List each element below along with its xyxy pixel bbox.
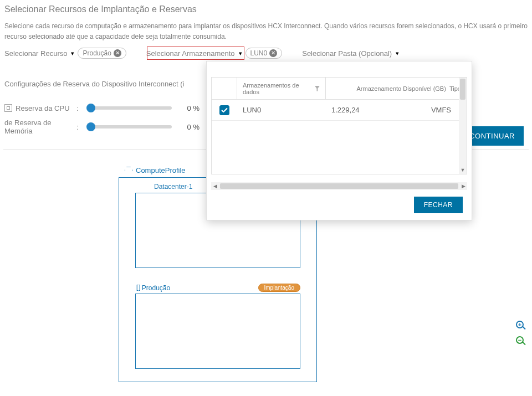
resource-chip[interactable]: Produção ✕ xyxy=(78,48,126,59)
select-resource-label: Selecionar Recurso xyxy=(4,49,67,58)
cpu-reservation-label: Reserva da CPU xyxy=(16,104,70,112)
cpu-reservation-slider[interactable] xyxy=(89,106,172,110)
cell-type: VMFS xyxy=(387,106,467,114)
column-available[interactable]: Armazenamento Disponível (GB) Tipo xyxy=(326,78,467,99)
select-folder-label: Selecionar Pasta (Opcional) xyxy=(302,49,392,58)
scroll-left-icon[interactable]: ◀ xyxy=(211,183,219,189)
cell-name: LUN0 xyxy=(237,106,326,114)
compute-profile-label: ComputeProfile xyxy=(136,166,186,174)
memory-reservation-label: de Reserva de Memória xyxy=(4,119,76,135)
storage-chip-label: LUN0 xyxy=(250,49,268,57)
select-folder[interactable]: Selecionar Pasta (Opcional)▾ xyxy=(302,49,399,58)
filter-icon[interactable] xyxy=(315,86,320,91)
cpu-reservation-row: Reserva da CPU : 0 % xyxy=(4,102,200,114)
page-description: Selecione cada recurso de computação e a… xyxy=(4,21,528,42)
zoom-in-icon: + xyxy=(516,321,524,328)
storage-chip[interactable]: LUN0 ✕ xyxy=(245,48,283,59)
scroll-right-icon[interactable]: ▶ xyxy=(459,183,467,189)
scroll-thumb[interactable] xyxy=(460,79,466,100)
zoom-out-button[interactable]: − xyxy=(513,333,526,347)
remove-chip-icon[interactable]: ✕ xyxy=(114,49,121,57)
deployment-tag: Implantação xyxy=(258,284,300,292)
horizontal-scrollbar[interactable]: ◀ ▶ xyxy=(211,182,467,190)
scroll-thumb[interactable] xyxy=(220,183,458,189)
remove-chip-icon[interactable]: ✕ xyxy=(269,49,277,57)
check-icon xyxy=(221,106,228,114)
cluster-box xyxy=(135,294,300,369)
zoom-in-button[interactable]: + xyxy=(513,318,526,331)
slider-knob[interactable] xyxy=(86,104,95,112)
memory-reservation-row: de Reserva de Memória : 0 % xyxy=(4,121,200,133)
storage-table: Armazenamentos de dados Armazenamento Di… xyxy=(211,77,467,174)
column-checkbox xyxy=(212,78,237,99)
cell-available: 1.229,24 xyxy=(326,106,387,114)
chevron-down-icon: ▾ xyxy=(71,50,74,57)
table-header-row: Armazenamentos de dados Armazenamento Di… xyxy=(212,78,467,100)
scroll-down-icon[interactable]: ▼ xyxy=(459,166,467,174)
memory-reservation-value: 0 % xyxy=(177,123,200,131)
datacenter-label: Datacenter-1 xyxy=(154,183,192,191)
close-button[interactable]: FECHAR xyxy=(414,197,463,213)
table-row[interactable]: LUN0 1.229,24 VMFS xyxy=(212,100,467,121)
slider-knob[interactable] xyxy=(86,122,95,131)
memory-reservation-slider[interactable] xyxy=(89,125,172,128)
vertical-scrollbar[interactable]: ▲ ▼ xyxy=(459,78,467,174)
row-checkbox[interactable] xyxy=(219,105,229,115)
resource-chip-label: Produção xyxy=(83,49,111,57)
column-name[interactable]: Armazenamentos de dados xyxy=(237,78,326,99)
select-resource[interactable]: Selecionar Recurso▾ Produção ✕ xyxy=(4,48,126,59)
page-title: Selecionar Recursos de Implantação e Res… xyxy=(4,4,197,14)
zoom-out-icon: − xyxy=(516,336,524,344)
chevron-down-icon: ▾ xyxy=(396,50,399,57)
cpu-icon xyxy=(4,104,12,112)
storage-highlight-box xyxy=(147,47,244,60)
cluster-label: [] Produção xyxy=(135,284,170,292)
cpu-reservation-value: 0 % xyxy=(177,104,200,112)
storage-popover: Armazenamentos de dados Armazenamento Di… xyxy=(206,61,472,220)
compute-profile-title: ComputeProfile xyxy=(125,166,186,174)
reservation-section-title: Configurações de Reserva do Dispositivo … xyxy=(4,80,184,88)
hexagon-icon xyxy=(125,167,132,174)
